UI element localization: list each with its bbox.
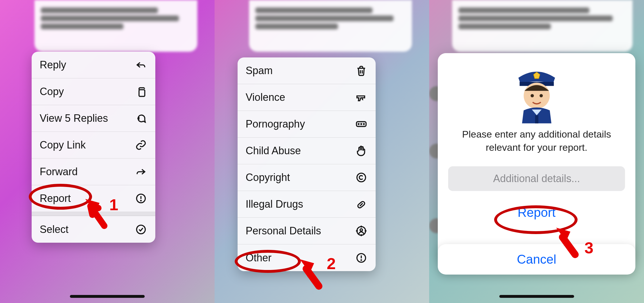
gun-icon [355, 91, 368, 104]
prompt-line2: relevant for your report. [486, 142, 587, 153]
menu-item-illegal-drugs[interactable]: Illegal Drugs [238, 191, 376, 218]
menu-item-other[interactable]: Other [238, 244, 376, 271]
chat-bubble-blurred [249, 0, 412, 52]
menu-item-violence[interactable]: Violence [238, 84, 376, 111]
menu-label: Spam [246, 65, 273, 77]
svg-rect-0 [139, 90, 145, 96]
hand-icon [355, 144, 368, 157]
svg-point-19 [361, 260, 362, 260]
message-context-menu: Reply Copy View 5 Replies Copy Link Forw… [32, 52, 155, 243]
svg-point-22 [530, 94, 534, 97]
menu-item-copyright[interactable]: Copyright [238, 164, 376, 191]
chat-bubble-blurred [452, 0, 632, 52]
menu-item-personal-details[interactable]: Personal Details [238, 218, 376, 244]
copy-icon [135, 85, 147, 98]
svg-point-8 [357, 173, 366, 182]
step1-panel: Reply Copy View 5 Replies Copy Link Forw… [0, 0, 215, 303]
svg-point-23 [539, 94, 542, 97]
menu-item-forward[interactable]: Forward [32, 159, 155, 185]
menu-item-copy-link[interactable]: Copy Link [32, 132, 155, 159]
menu-item-child-abuse[interactable]: Child Abuse [238, 138, 376, 164]
step2-panel: Spam Violence Pornography Child Abuse Co… [215, 0, 429, 303]
alert-circle-icon [355, 252, 368, 264]
step3-panel: Please enter any additional details rele… [429, 0, 644, 303]
menu-label: Pornography [246, 118, 305, 130]
check-circle-icon [135, 223, 147, 236]
police-officer-emoji [512, 62, 561, 123]
report-details-dialog: Please enter any additional details rele… [438, 53, 635, 260]
report-reasons-menu: Spam Violence Pornography Child Abuse Co… [238, 57, 376, 271]
menu-label: Other [246, 252, 272, 264]
person-target-icon [355, 225, 368, 237]
trash-icon [355, 64, 368, 77]
menu-label: View 5 Replies [40, 112, 108, 124]
svg-rect-24 [535, 115, 538, 123]
svg-point-3 [141, 200, 141, 201]
input-placeholder: Additional details... [493, 173, 580, 185]
menu-label: Copy Link [40, 139, 86, 151]
menu-separator [32, 212, 155, 216]
report-submit-button[interactable]: Report [448, 200, 625, 225]
copyright-icon [355, 171, 368, 184]
reply-arrow-icon [135, 59, 147, 71]
dialog-prompt: Please enter any additional details rele… [448, 128, 625, 154]
menu-item-pornography[interactable]: Pornography [238, 111, 376, 138]
svg-point-12 [360, 229, 362, 231]
alert-circle-icon [135, 192, 147, 205]
xxx-badge-icon [355, 118, 368, 130]
home-indicator [499, 295, 574, 298]
menu-label: Forward [40, 166, 78, 178]
menu-label: Copyright [246, 171, 290, 184]
pill-icon [355, 198, 368, 211]
menu-item-report[interactable]: Report [32, 185, 155, 212]
menu-label: Report [40, 192, 71, 204]
home-indicator [70, 295, 145, 298]
menu-label: Violence [246, 91, 285, 103]
forward-arrow-icon [135, 165, 147, 178]
menu-label: Child Abuse [246, 145, 301, 157]
svg-point-4 [137, 225, 145, 234]
cancel-button[interactable]: Cancel [438, 244, 635, 275]
menu-label: Select [40, 223, 68, 236]
additional-details-input[interactable]: Additional details... [448, 166, 625, 191]
menu-item-view-replies[interactable]: View 5 Replies [32, 105, 155, 132]
chat-bubble-blurred [35, 0, 197, 52]
menu-item-select[interactable]: Select [32, 216, 155, 243]
prompt-line1: Please enter any additional details [462, 129, 611, 140]
menu-label: Reply [40, 59, 66, 71]
menu-label: Illegal Drugs [246, 198, 303, 210]
replies-bubble-icon [135, 112, 147, 125]
menu-item-spam[interactable]: Spam [238, 57, 376, 84]
menu-item-reply[interactable]: Reply [32, 52, 155, 78]
link-icon [135, 139, 147, 151]
menu-label: Personal Details [246, 225, 321, 237]
menu-item-copy[interactable]: Copy [32, 78, 155, 105]
menu-label: Copy [40, 86, 64, 98]
